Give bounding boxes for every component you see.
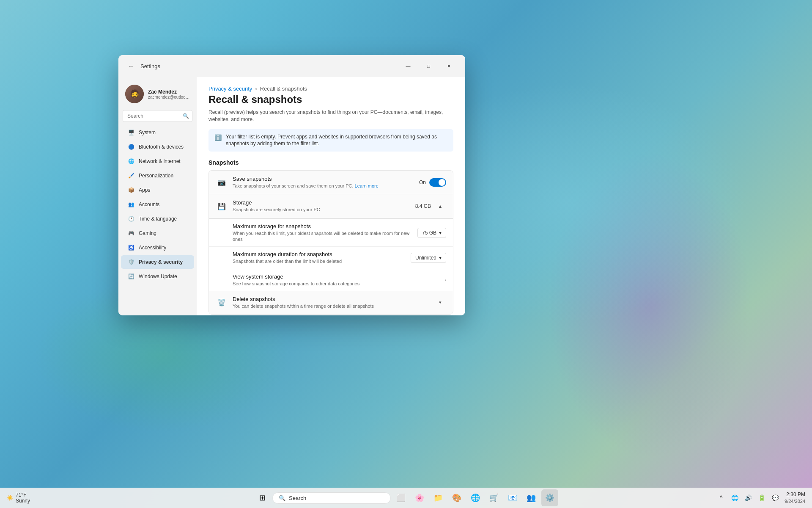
nav-apps-label: Apps — [139, 187, 150, 193]
taskbar-search-icon: 🔍 — [279, 495, 285, 501]
content-area: Privacy & security > Recall & snapshots … — [197, 77, 465, 315]
taskbar-search[interactable]: 🔍 Search — [272, 492, 391, 504]
notification-icon: 💬 — [772, 494, 779, 501]
teams-icon: 👥 — [527, 493, 536, 502]
nav-network-label: Network & internet — [139, 158, 181, 164]
title-bar: ← Settings — □ ✕ — [118, 55, 465, 77]
user-profile[interactable]: 🧔 Zac Mendez zacmendez@outlook.com — [118, 80, 197, 110]
max-storage-dropdown[interactable]: 75 GB ▾ — [417, 228, 446, 238]
delete-snapshots-row: 🗑️ Delete snapshots You can delete snaps… — [209, 291, 453, 314]
nav-time-label: Time & language — [139, 216, 177, 222]
apps-icon: 📦 — [128, 187, 134, 193]
tray-expand-button[interactable]: ^ — [715, 492, 727, 504]
edge-button[interactable]: 🌐 — [467, 489, 484, 506]
save-snapshots-icon: 📷 — [216, 177, 228, 188]
nav-system-label: System — [139, 130, 156, 135]
max-storage-row: Maximum storage for snapshots When you r… — [209, 219, 453, 247]
nav-update-label: Windows Update — [139, 273, 177, 279]
storage-desc: Snapshots are securely stored on your PC — [233, 207, 410, 213]
nav-time[interactable]: 🕐 Time & language — [121, 212, 194, 226]
system-icon: 🖥️ — [128, 129, 134, 136]
max-storage-value: 75 GB — [422, 230, 436, 236]
save-snapshots-row: 📷 Save snapshots Take snapshots of your … — [209, 171, 453, 194]
storage-collapse-button[interactable]: ▲ — [434, 200, 446, 212]
avatar: 🧔 — [125, 85, 144, 103]
nav-accessibility[interactable]: ♿ Accessibility — [121, 241, 194, 254]
start-button[interactable]: ⊞ — [254, 489, 271, 506]
nav-update[interactable]: 🔄 Windows Update — [121, 270, 194, 283]
file-explorer-button[interactable]: 🎨 — [448, 489, 465, 506]
time-display[interactable]: 2:30 PM 9/24/2024 — [785, 491, 805, 504]
nav-accessibility-label: Accessibility — [139, 245, 166, 251]
view-storage-chevron: › — [444, 277, 446, 282]
taskbar: ☀️ 71°F Sunny ⊞ 🔍 Search ⬜ 🌸 📁 🎨 🌐 — [0, 488, 812, 508]
nav-system[interactable]: 🖥️ System — [121, 126, 194, 139]
info-icon: ℹ️ — [214, 134, 222, 142]
settings-taskbar-icon: ⚙️ — [545, 493, 554, 502]
breadcrumb-current: Recall & snapshots — [260, 86, 307, 92]
edge-icon: 🌐 — [471, 493, 480, 502]
weather-widget[interactable]: ☀️ 71°F Sunny — [7, 492, 30, 504]
taskview-button[interactable]: ⬜ — [392, 489, 409, 506]
volume-tray-icon[interactable]: 🔊 — [742, 492, 754, 504]
nav-accounts[interactable]: 👥 Accounts — [121, 198, 194, 211]
delete-snapshots-expand-button[interactable]: ▾ — [434, 297, 446, 309]
network-icon-tray: 🌐 — [731, 494, 738, 501]
nav-apps[interactable]: 📦 Apps — [121, 183, 194, 197]
battery-tray-icon[interactable]: 🔋 — [756, 492, 768, 504]
chat-button[interactable]: 📁 — [430, 489, 447, 506]
time-value: 2:30 PM — [785, 491, 805, 498]
max-storage-chevron: ▾ — [439, 230, 442, 236]
taskbar-search-label: Search — [289, 495, 306, 501]
store-button[interactable]: 🛒 — [486, 489, 502, 506]
storage-icon: 💾 — [216, 200, 228, 212]
max-storage-title: Maximum storage for snapshots — [233, 223, 412, 229]
nav-privacy[interactable]: 🛡️ Privacy & security — [121, 255, 194, 269]
teams-button[interactable]: 👥 — [523, 489, 540, 506]
sidebar-search-container: 🔍 — [123, 110, 192, 122]
settings-taskbar-button[interactable]: ⚙️ — [541, 489, 558, 506]
breadcrumb-parent[interactable]: Privacy & security — [208, 86, 252, 92]
save-snapshots-toggle[interactable] — [429, 178, 446, 187]
delete-snapshots-icon: 🗑️ — [216, 297, 228, 309]
taskview-icon: ⬜ — [396, 493, 406, 502]
max-duration-dropdown[interactable]: Unlimited ▾ — [411, 253, 446, 263]
file-explorer-icon: 🎨 — [452, 493, 461, 502]
widgets-button[interactable]: 🌸 — [411, 489, 428, 506]
nav-gaming[interactable]: 🎮 Gaming — [121, 226, 194, 240]
network-tray-icon[interactable]: 🌐 — [729, 492, 741, 504]
start-icon: ⊞ — [259, 493, 266, 502]
maximize-button[interactable]: □ — [419, 59, 438, 73]
weather-temp: 71°F — [16, 492, 30, 498]
save-snapshots-desc: Take snapshots of your screen and save t… — [233, 183, 414, 189]
view-storage-row[interactable]: View system storage See how snapshot sto… — [209, 269, 453, 291]
view-storage-desc: See how snapshot storage compares to oth… — [233, 281, 439, 287]
store-icon: 🛒 — [489, 493, 499, 502]
nav-accounts-label: Accounts — [139, 202, 159, 207]
nav-personalization[interactable]: 🖌️ Personalization — [121, 169, 194, 182]
back-button[interactable]: ← — [125, 60, 137, 72]
system-tray: ^ 🌐 🔊 🔋 💬 — [715, 492, 781, 504]
update-icon: 🔄 — [128, 273, 134, 280]
close-button[interactable]: ✕ — [439, 59, 458, 73]
save-snapshots-learn-more[interactable]: Learn more — [355, 183, 379, 188]
window-title: Settings — [140, 63, 160, 69]
delete-snapshots-title: Delete snapshots — [233, 296, 429, 302]
outlook-icon: 📧 — [508, 493, 517, 502]
weather-icon: ☀️ — [7, 495, 13, 501]
max-storage-desc: When you reach this limit, your oldest s… — [233, 230, 412, 243]
nav-bluetooth[interactable]: 🔵 Bluetooth & devices — [121, 140, 194, 154]
notification-tray-icon[interactable]: 💬 — [769, 492, 781, 504]
nav-gaming-label: Gaming — [139, 230, 156, 236]
max-duration-desc: Snapshots that are older than the limit … — [233, 258, 406, 264]
minimize-button[interactable]: — — [398, 59, 418, 73]
nav-network[interactable]: 🌐 Network & internet — [121, 155, 194, 168]
snapshots-section-title: Snapshots — [208, 159, 453, 166]
search-icon: 🔍 — [183, 113, 189, 119]
storage-row: 💾 Storage Snapshots are securely stored … — [209, 194, 453, 218]
time-icon: 🕐 — [128, 215, 134, 222]
outlook-button[interactable]: 📧 — [504, 489, 521, 506]
max-duration-title: Maximum storage duration for snapshots — [233, 251, 406, 257]
sidebar-search-input[interactable] — [123, 110, 192, 122]
sidebar: 🧔 Zac Mendez zacmendez@outlook.com 🔍 🖥️ … — [118, 77, 197, 315]
